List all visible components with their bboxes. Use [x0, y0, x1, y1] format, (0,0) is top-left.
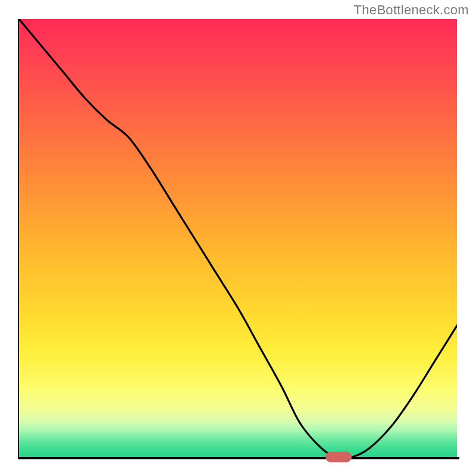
curve-layer — [19, 19, 457, 457]
bottleneck-curve-path — [19, 19, 457, 457]
plot-area — [19, 19, 457, 457]
bottleneck-chart: TheBottleneck.com — [0, 0, 476, 476]
watermark-text: TheBottleneck.com — [354, 2, 469, 18]
x-axis-line — [18, 457, 459, 459]
optimal-marker — [325, 452, 352, 462]
